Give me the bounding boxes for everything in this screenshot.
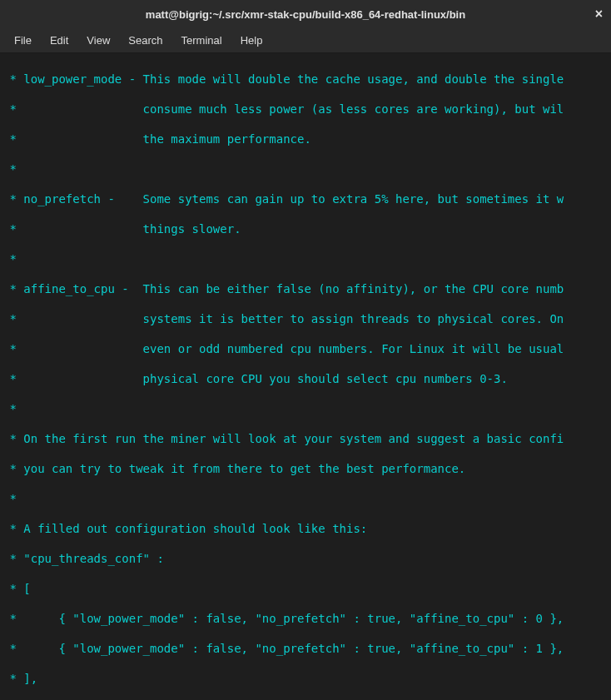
menu-terminal[interactable]: Terminal [172, 31, 231, 50]
comment-line: * systems it is better to assign threads… [2, 311, 609, 326]
comment-line: * things slower. [2, 221, 609, 236]
menu-bar: File Edit View Search Terminal Help [0, 28, 611, 53]
comment-line: * ], [2, 671, 609, 686]
comment-line: * affine_to_cpu - This can be either fal… [2, 281, 609, 296]
comment-line: * low_power_mode - This mode will double… [2, 72, 609, 87]
menu-file[interactable]: File [5, 31, 41, 50]
menu-edit[interactable]: Edit [41, 31, 77, 50]
comment-line: * A filled out configuration should look… [2, 521, 609, 536]
comment-line: * [2, 491, 609, 506]
comment-line: * [2, 251, 609, 266]
comment-line: * [2, 401, 609, 416]
menu-help[interactable]: Help [231, 31, 272, 50]
comment-line: * { "low_power_mode" : false, "no_prefet… [2, 611, 609, 626]
comment-line: * On the first run the miner will look a… [2, 431, 609, 446]
comment-line: * "cpu_threads_conf" : [2, 551, 609, 566]
terminal-content[interactable]: * low_power_mode - This mode will double… [0, 53, 611, 700]
close-icon[interactable]: × [595, 7, 603, 22]
comment-line: * consume much less power (as less cores… [2, 102, 609, 117]
comment-line: * { "low_power_mode" : false, "no_prefet… [2, 641, 609, 656]
comment-line: * even or odd numbered cpu numbers. For … [2, 341, 609, 356]
comment-line: * physical core CPU you should select cp… [2, 371, 609, 386]
comment-line: * the maximum performance. [2, 132, 609, 146]
title-bar: matt@bigrig:~/.src/xmr-stak-cpu/build-x8… [0, 0, 611, 28]
menu-view[interactable]: View [77, 31, 119, 50]
comment-line: * [2, 161, 609, 176]
comment-line: * [ [2, 581, 609, 596]
comment-line: * no_prefetch - Some sytems can gain up … [2, 191, 609, 206]
comment-line: * you can try to tweak it from there to … [2, 461, 609, 476]
menu-search[interactable]: Search [119, 31, 171, 50]
window-title: matt@bigrig:~/.src/xmr-stak-cpu/build-x8… [146, 8, 465, 21]
